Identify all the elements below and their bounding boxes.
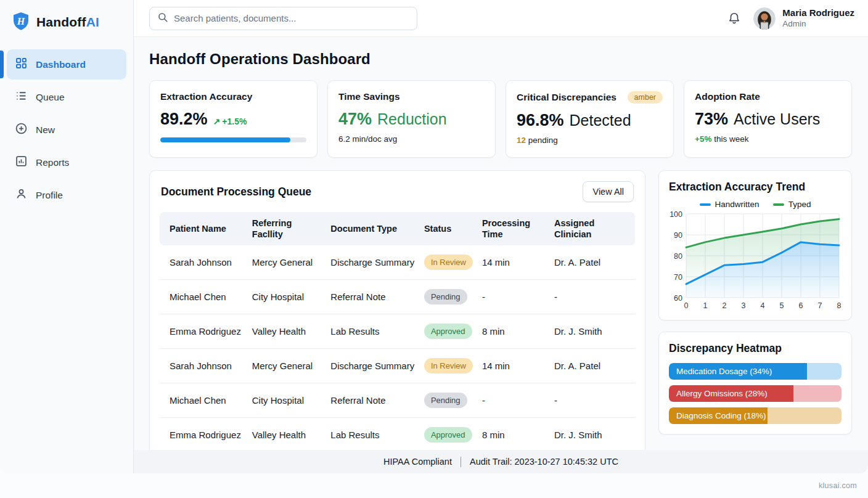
- search-box[interactable]: [149, 7, 417, 30]
- sidebar-item-reports[interactable]: Reports: [7, 147, 126, 178]
- cell-status: Approved: [424, 324, 482, 339]
- table-row[interactable]: Michael Chen City Hospital Referral Note…: [160, 280, 635, 314]
- status-badge: amber: [628, 91, 663, 104]
- cell-doc-type: Referral Note: [330, 292, 424, 302]
- accuracy-progress-fill: [160, 137, 290, 142]
- kpi-value-suffix: Active Users: [734, 110, 820, 128]
- notifications-bell-icon[interactable]: [727, 12, 741, 25]
- sidebar-item-profile[interactable]: Profile: [7, 180, 126, 210]
- column-header: Referring Facllity: [252, 218, 331, 240]
- svg-text:80: 80: [674, 252, 682, 261]
- legend-item-handwritten: Handwritten: [700, 200, 760, 209]
- cell-clinician: Dr. J. Smith: [554, 326, 625, 337]
- cell-patient: Sarah Johnson: [170, 257, 252, 267]
- accuracy-progress-bar: [160, 137, 306, 142]
- discrepancy-heatmap-card: Discrepancy Heatmap Medication Dosage (3…: [658, 332, 852, 435]
- column-header: Document Type: [330, 223, 424, 234]
- user-role: Admin: [782, 19, 854, 29]
- svg-text:0: 0: [684, 301, 689, 310]
- app-window: H HandoffAI Dashboard Queue New Reports …: [0, 0, 868, 473]
- cell-doc-type: Discharge Summary: [330, 257, 424, 267]
- sidebar-item-queue[interactable]: Queue: [7, 82, 126, 112]
- cell-facility: City Hospital: [252, 292, 331, 302]
- plus-circle-icon: [15, 122, 28, 137]
- cell-facility: Mercy General: [252, 257, 331, 267]
- cell-time: 14 min: [482, 257, 554, 267]
- cell-doc-type: Lab Results: [330, 326, 424, 337]
- cell-status: Approved: [424, 427, 482, 443]
- table-row[interactable]: Michael Chen City Hospital Referral Note…: [160, 383, 635, 418]
- legend-item-typed: Typed: [773, 200, 811, 209]
- svg-text:7: 7: [818, 301, 822, 310]
- cell-facility: Valley Health: [252, 326, 331, 337]
- watermark-strip: klusai.com: [0, 473, 868, 498]
- kpi-subtitle: 6.2 min/doc avg: [338, 134, 485, 144]
- cell-patient: Emma Rodriguez: [170, 430, 252, 440]
- watermark-text: klusai.com: [819, 481, 857, 490]
- cell-clinician: -: [554, 395, 625, 406]
- sidebar-item-label: New: [36, 124, 55, 136]
- view-all-button[interactable]: View All: [583, 181, 634, 202]
- cell-time: -: [482, 292, 554, 302]
- cell-clinician: -: [554, 292, 625, 302]
- sidebar-item-label: Queue: [36, 92, 65, 103]
- line-chart: 60708090100012345678: [669, 210, 843, 311]
- cell-clinician: Dr. A. Patel: [554, 257, 625, 267]
- list-icon: [15, 89, 28, 105]
- svg-text:70: 70: [674, 273, 682, 282]
- table-row[interactable]: Emma Rodriguez Valley Health Lab Results…: [160, 314, 635, 349]
- cell-doc-type: Referral Note: [330, 395, 424, 406]
- heatmap-bar-label: Diagnosis Coding (18%): [669, 411, 766, 420]
- hipaa-compliance-text: HIPAA Compliant: [383, 457, 452, 467]
- compliance-footer: HIPAA Compliant Audit Trail: 2023-10-27 …: [134, 450, 868, 473]
- bar-chart-icon: [15, 155, 28, 170]
- sidebar-item-dashboard[interactable]: Dashboard: [7, 49, 126, 80]
- cell-status: In Review: [424, 255, 482, 270]
- table-row[interactable]: Sarah Johnson Mercy General Discharge Su…: [160, 349, 635, 383]
- queue-table-header: Patient Name Referring Facllity Document…: [160, 212, 635, 245]
- svg-text:4: 4: [761, 301, 765, 310]
- user-icon: [15, 187, 28, 203]
- user-name: Maria Rodriguez: [782, 7, 854, 19]
- queue-title: Document Processing Queue: [161, 186, 311, 198]
- kpi-value-suffix: Detected: [570, 112, 631, 129]
- sidebar-item-label: Reports: [36, 157, 69, 168]
- heatmap-bar-fill: Medication Dosage (34%): [669, 363, 807, 380]
- svg-text:100: 100: [669, 210, 682, 219]
- legend-swatch: [773, 203, 784, 206]
- user-menu[interactable]: Maria Rodriguez Admin: [753, 7, 854, 30]
- table-row[interactable]: Sarah Johnson Mercy General Discharge Su…: [160, 245, 635, 280]
- svg-text:60: 60: [674, 294, 682, 303]
- kpi-delta: ↗+1.5%: [213, 116, 247, 126]
- kpi-value: 89.2%: [160, 110, 208, 129]
- cell-time: 8 min: [482, 326, 554, 337]
- kpi-card-critical-discrepancies: Critical Discrepancies amber 96.8% Detec…: [506, 80, 674, 158]
- dashboard-content: Handoff Operations Dashboard Extraction …: [134, 37, 868, 450]
- shield-logo-icon: H: [11, 11, 31, 33]
- cell-patient: Emma Rodriguez: [170, 326, 252, 337]
- svg-text:3: 3: [742, 301, 746, 310]
- cell-time: 8 min: [482, 430, 554, 440]
- search-icon: [157, 12, 168, 25]
- heatmap-bar: Allergy Omissions (28%): [669, 385, 841, 402]
- chart-title: Extraction Accuracy Trend: [669, 181, 841, 194]
- sidebar-item-new[interactable]: New: [7, 115, 126, 145]
- kpi-value: 47%: [338, 110, 372, 129]
- cell-facility: Valley Health: [252, 430, 331, 440]
- kpi-value: 73%: [695, 110, 728, 129]
- kpi-card-time-savings: Time Savings 47% Reduction 6.2 min/doc a…: [327, 80, 496, 158]
- cell-clinician: Dr. A. Patel: [554, 361, 625, 371]
- search-input[interactable]: [174, 13, 409, 23]
- cell-status: In Review: [424, 358, 482, 374]
- cell-patient: Michael Chen: [170, 395, 252, 406]
- status-pill: Approved: [424, 324, 472, 339]
- cell-facility: Mercy General: [252, 361, 331, 371]
- sidebar-item-label: Dashboard: [36, 59, 86, 70]
- cell-facility: City Hospital: [252, 395, 331, 406]
- kpi-label: Critical Discrepancies: [517, 92, 616, 103]
- heatmap-bar: Medication Dosage (34%): [669, 363, 841, 380]
- status-pill: Pending: [424, 289, 467, 304]
- cell-time: -: [482, 395, 554, 406]
- table-row[interactable]: Emma Rodriguez Valley Health Lab Results…: [160, 418, 635, 450]
- cell-doc-type: Lab Results: [330, 430, 424, 440]
